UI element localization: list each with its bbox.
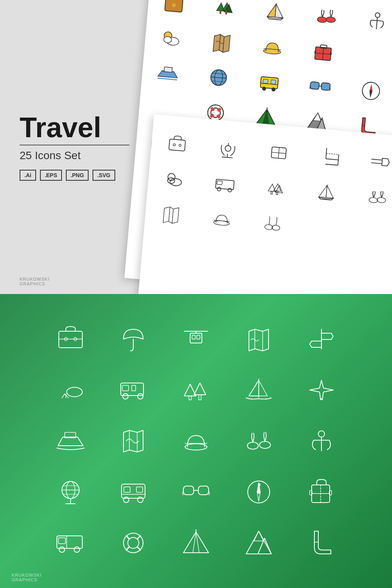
svg-point-172 bbox=[59, 547, 65, 552]
svg-marker-54 bbox=[313, 113, 322, 121]
top-section: Travel 25 Icons Set .Ai .EPS .PNG .SVG K… bbox=[0, 0, 392, 294]
svg-line-96 bbox=[169, 207, 170, 221]
svg-rect-171 bbox=[58, 538, 65, 544]
green-icon-camper2 bbox=[39, 517, 102, 568]
svg-point-8 bbox=[326, 16, 336, 23]
svg-point-68 bbox=[225, 145, 231, 151]
main-title: Travel bbox=[20, 113, 149, 142]
green-icon-sailboat bbox=[227, 365, 290, 416]
svg-line-77 bbox=[326, 153, 339, 154]
green-icon-signpost bbox=[290, 314, 353, 365]
svg-rect-131 bbox=[199, 395, 201, 400]
green-icon-anchor bbox=[290, 416, 353, 466]
watermark-top: KRUKOWSKIgraphics bbox=[20, 277, 49, 286]
svg-rect-26 bbox=[164, 67, 172, 73]
svg-line-74 bbox=[326, 158, 338, 160]
green-icon-map2 bbox=[102, 416, 165, 466]
badge-ai: .Ai bbox=[20, 170, 36, 181]
svg-line-177 bbox=[126, 536, 129, 539]
green-icon-bus bbox=[102, 466, 165, 517]
icon-globe-color bbox=[200, 60, 238, 95]
svg-rect-130 bbox=[189, 396, 191, 400]
svg-point-137 bbox=[185, 444, 207, 450]
svg-marker-181 bbox=[183, 532, 209, 553]
svg-point-86 bbox=[217, 187, 221, 191]
icon-hat-color bbox=[254, 30, 292, 64]
svg-rect-110 bbox=[192, 335, 195, 339]
svg-line-27 bbox=[158, 78, 177, 80]
icon-boat-color bbox=[149, 56, 187, 91]
icon-outline-12 bbox=[203, 201, 241, 236]
svg-rect-34 bbox=[263, 79, 268, 83]
green-icon-luggage bbox=[290, 466, 353, 517]
green-icon-cloud bbox=[39, 365, 102, 416]
format-badges: .Ai .EPS .PNG .SVG bbox=[20, 170, 149, 181]
green-icon-tent bbox=[165, 517, 227, 568]
icon-outline-11 bbox=[152, 197, 190, 231]
icon-trees-color bbox=[206, 0, 244, 24]
green-icon-airplane bbox=[290, 365, 353, 416]
svg-rect-40 bbox=[321, 83, 330, 91]
svg-marker-78 bbox=[382, 158, 390, 166]
badge-png: .PNG bbox=[66, 170, 89, 181]
icon-bus-color bbox=[250, 65, 289, 99]
icon-suitcase-color bbox=[304, 34, 342, 69]
svg-point-139 bbox=[247, 442, 258, 449]
svg-line-67 bbox=[222, 157, 232, 158]
svg-line-56 bbox=[362, 125, 365, 126]
svg-line-10 bbox=[376, 18, 377, 29]
svg-rect-151 bbox=[122, 484, 145, 498]
svg-point-141 bbox=[318, 431, 325, 437]
svg-rect-5 bbox=[220, 11, 221, 14]
green-icon-mountain bbox=[227, 517, 290, 568]
svg-point-65 bbox=[179, 144, 181, 146]
svg-rect-39 bbox=[310, 82, 319, 89]
outline-icons-sheet bbox=[137, 114, 392, 294]
svg-marker-95 bbox=[163, 206, 179, 223]
outline-icons-grid bbox=[143, 118, 392, 258]
svg-point-94 bbox=[377, 197, 386, 203]
green-icon-flipflops bbox=[227, 416, 290, 466]
icon-bag-color bbox=[155, 0, 193, 20]
icon-outline-9 bbox=[307, 175, 345, 210]
green-icon-umbrella bbox=[102, 314, 165, 365]
green-icon-map bbox=[227, 314, 290, 365]
svg-rect-153 bbox=[136, 487, 143, 492]
svg-point-119 bbox=[67, 387, 82, 397]
svg-line-97 bbox=[172, 209, 173, 223]
svg-rect-157 bbox=[183, 486, 194, 495]
svg-line-179 bbox=[137, 536, 140, 539]
green-icon-goggles bbox=[165, 466, 227, 517]
icon-outline-10 bbox=[358, 180, 392, 214]
svg-line-69 bbox=[228, 143, 229, 145]
svg-rect-35 bbox=[271, 80, 276, 84]
svg-line-178 bbox=[137, 547, 140, 550]
icon-anchor-color bbox=[358, 4, 392, 38]
svg-point-101 bbox=[272, 225, 280, 230]
svg-point-87 bbox=[228, 188, 232, 192]
green-icons-grid: N bbox=[31, 306, 361, 576]
svg-line-76 bbox=[325, 164, 338, 165]
svg-text:N: N bbox=[258, 483, 260, 486]
svg-point-140 bbox=[260, 441, 270, 448]
svg-marker-116 bbox=[321, 333, 333, 339]
svg-rect-152 bbox=[124, 487, 130, 492]
svg-point-173 bbox=[74, 547, 80, 552]
svg-line-80 bbox=[371, 163, 382, 163]
bottom-section: N KRUKOWSKIgraphics bbox=[0, 294, 392, 588]
svg-line-79 bbox=[371, 159, 382, 160]
icon-sailboat-color bbox=[257, 0, 295, 29]
icon-outline-13 bbox=[254, 206, 292, 240]
green-icon-suitcase bbox=[39, 314, 102, 365]
icon-outline-5 bbox=[361, 144, 392, 179]
svg-rect-111 bbox=[197, 335, 200, 339]
svg-marker-117 bbox=[310, 341, 321, 347]
svg-point-82 bbox=[169, 178, 181, 186]
svg-point-163 bbox=[257, 490, 260, 494]
icon-goggles-color bbox=[301, 69, 339, 104]
svg-line-11 bbox=[371, 20, 383, 21]
svg-rect-158 bbox=[198, 486, 209, 495]
svg-rect-91 bbox=[271, 191, 272, 194]
svg-rect-102 bbox=[59, 331, 82, 348]
svg-line-66 bbox=[227, 154, 227, 157]
